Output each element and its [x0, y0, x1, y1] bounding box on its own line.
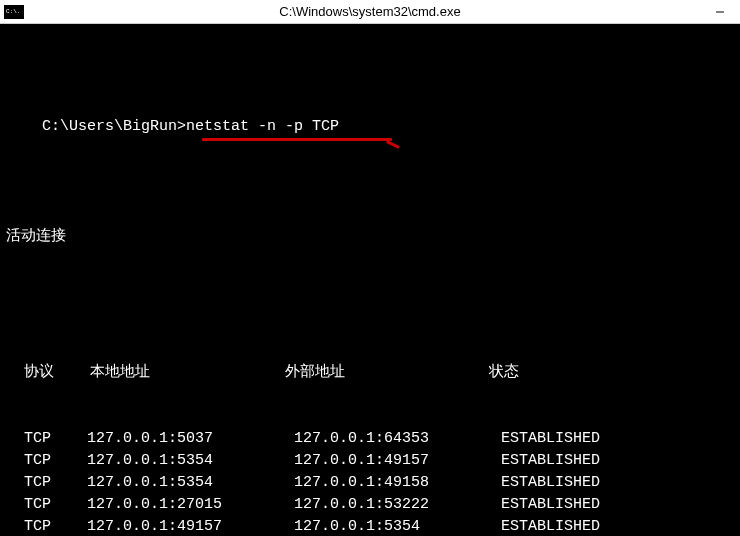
- connection-rows: TCP 127.0.0.1:5037 127.0.0.1:64353 ESTAB…: [6, 428, 734, 536]
- terminal-output[interactable]: C:\Users\BigRun>netstat -n -p TCP 活动连接 协…: [0, 24, 740, 536]
- table-row: TCP 127.0.0.1:27015 127.0.0.1:53222 ESTA…: [6, 494, 734, 516]
- table-row: TCP 127.0.0.1:49157 127.0.0.1:5354 ESTAB…: [6, 516, 734, 536]
- section-title: 活动连接: [6, 226, 734, 248]
- command-prompt-line: C:\Users\BigRun>netstat -n -p TCP: [42, 116, 339, 138]
- window-title: C:\Windows\system32\cmd.exe: [279, 4, 460, 19]
- prompt-path: C:\Users\BigRun>: [42, 118, 186, 135]
- red-underline-annotation: [202, 138, 392, 141]
- window-controls: [700, 0, 740, 23]
- column-headers: 协议 本地地址 外部地址 状态: [6, 362, 734, 384]
- cmd-window: C:\. C:\Windows\system32\cmd.exe C:\User…: [0, 0, 740, 536]
- minimize-button[interactable]: [700, 0, 740, 23]
- table-row: TCP 127.0.0.1:5354 127.0.0.1:49158 ESTAB…: [6, 472, 734, 494]
- command-text: netstat -n -p TCP: [186, 118, 339, 135]
- table-row: TCP 127.0.0.1:5037 127.0.0.1:64353 ESTAB…: [6, 428, 734, 450]
- cmd-icon: C:\.: [4, 5, 24, 19]
- table-row: TCP 127.0.0.1:5354 127.0.0.1:49157 ESTAB…: [6, 450, 734, 472]
- title-bar[interactable]: C:\. C:\Windows\system32\cmd.exe: [0, 0, 740, 24]
